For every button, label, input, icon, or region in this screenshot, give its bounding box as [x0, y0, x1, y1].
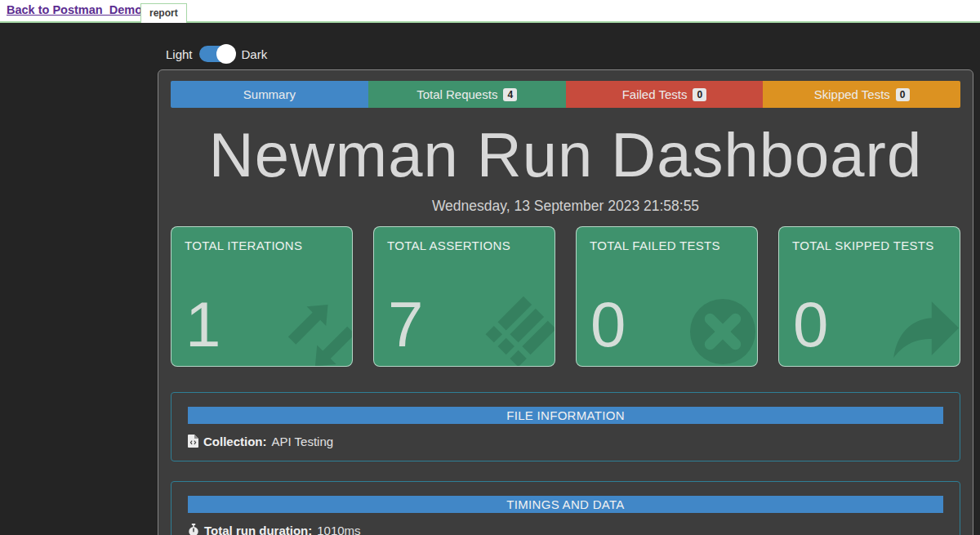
tab-skipped-tests-label: Skipped Tests	[814, 87, 890, 101]
card-label: TOTAL SKIPPED TESTS	[792, 239, 947, 252]
file-information-panel: FILE INFORMATION Collection: API Testing	[171, 392, 960, 461]
tab-failed-tests[interactable]: Failed Tests 0	[566, 81, 764, 108]
tasks-icon	[479, 291, 555, 367]
share-arrow-icon	[884, 291, 960, 367]
timings-and-data-panel: TIMINGS AND DATA Total run duration: 101…	[171, 481, 960, 535]
tab-summary-label: Summary	[243, 87, 296, 101]
card-value: 0	[590, 292, 626, 356]
card-value: 7	[388, 292, 423, 356]
dashboard-container: Summary Total Requests 4 Failed Tests 0 …	[158, 69, 973, 535]
duration-info-row: Total run duration: 1010ms	[188, 524, 943, 535]
total-requests-badge: 4	[503, 88, 517, 101]
tab-failed-tests-label: Failed Tests	[622, 87, 688, 101]
card-label: TOTAL ITERATIONS	[185, 239, 339, 252]
run-timestamp: Wednesday, 13 September 2023 21:58:55	[171, 198, 960, 215]
stopwatch-icon	[188, 524, 199, 535]
tab-summary[interactable]: Summary	[171, 81, 368, 108]
light-label: Light	[166, 47, 193, 61]
file-information-header: FILE INFORMATION	[188, 407, 943, 424]
page-title: Newman Run Dashboard	[171, 118, 960, 194]
tab-report[interactable]: report	[140, 3, 187, 23]
card-label: TOTAL ASSERTIONS	[387, 239, 541, 252]
tab-total-requests[interactable]: Total Requests 4	[368, 81, 566, 108]
times-circle-icon	[682, 291, 758, 367]
dark-label: Dark	[242, 47, 268, 61]
card-value: 1	[185, 292, 220, 356]
file-code-icon	[188, 435, 198, 448]
timings-header: TIMINGS AND DATA	[188, 496, 943, 513]
card-total-iterations: TOTAL ITERATIONS 1	[171, 226, 353, 367]
duration-label: Total run duration:	[204, 524, 312, 535]
duration-value: 1010ms	[317, 524, 360, 535]
collection-info-row: Collection: API Testing	[188, 435, 943, 448]
card-value: 0	[793, 292, 828, 356]
navbar: Summary Total Requests 4 Failed Tests 0 …	[171, 81, 960, 108]
skipped-tests-badge: 0	[896, 88, 910, 101]
tab-total-requests-label: Total Requests	[416, 87, 497, 101]
card-total-assertions: TOTAL ASSERTIONS 7	[373, 226, 555, 367]
theme-switch[interactable]	[199, 46, 235, 62]
sync-icon	[277, 291, 353, 367]
failed-tests-badge: 0	[693, 88, 706, 101]
stat-cards-row: TOTAL ITERATIONS 1 TOTAL ASSERTIONS 7	[171, 226, 960, 367]
card-label: TOTAL FAILED TESTS	[590, 239, 744, 252]
card-total-failed-tests: TOTAL FAILED TESTS 0	[576, 226, 758, 367]
theme-toggle-row: Light Dark	[166, 44, 980, 64]
browser-topbar: Back to Postman_Demo report	[0, 0, 980, 23]
back-to-postman-link[interactable]: Back to Postman_Demo	[7, 3, 142, 16]
card-total-skipped-tests: TOTAL SKIPPED TESTS 0	[778, 226, 960, 367]
collection-label: Collection:	[203, 435, 267, 448]
collection-value: API Testing	[272, 435, 334, 448]
tab-skipped-tests[interactable]: Skipped Tests 0	[763, 81, 960, 108]
switch-knob-icon	[216, 44, 236, 64]
